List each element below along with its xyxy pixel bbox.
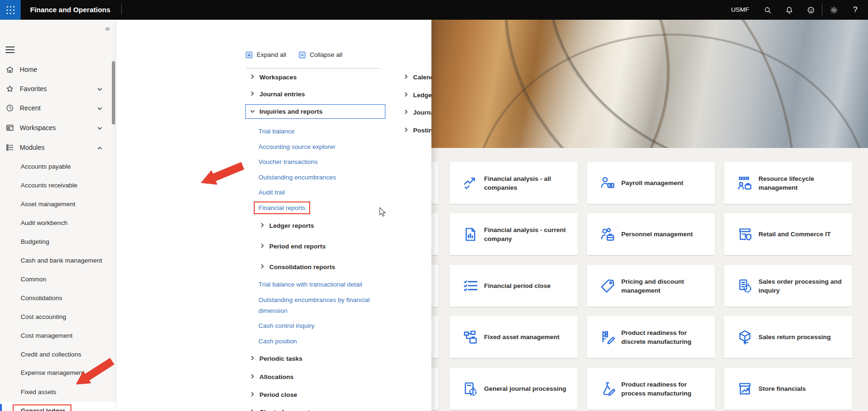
tree-item-financial-reports[interactable]: Financial reports — [258, 200, 310, 215]
tree-item-trial-balance[interactable]: Trial balance — [258, 124, 295, 139]
workspace-tile-sales-return-processing[interactable]: Sales return processing — [724, 316, 852, 358]
tree-item-ledger-reports[interactable]: Ledger reports — [256, 218, 314, 233]
search-icon — [763, 6, 772, 15]
chevron-down-icon — [97, 106, 102, 111]
workspace-tile-resource-lifecycle-management[interactable]: Resource lifecycle management — [724, 162, 852, 204]
module-item-budgeting[interactable]: Budgeting — [0, 233, 117, 251]
module-item-audit-workbench[interactable]: Audit workbench — [0, 214, 117, 233]
unpin-icon[interactable] — [104, 25, 111, 34]
workspace-content: Financial analysis - all companiesPayrol… — [431, 20, 868, 411]
expand-all-button[interactable]: + Expand all — [246, 51, 286, 58]
tree-item-allocations[interactable]: Allocations — [246, 369, 294, 384]
tree-item-label: Cash control inquiry — [258, 322, 314, 329]
workspace-tile-pricing-and-discount-management[interactable]: Pricing and discount management — [587, 265, 715, 307]
tree-item-label: Outstanding encumbrances — [258, 174, 336, 181]
navigation-pane: HomeFavoritesRecentWorkspacesModules Acc… — [0, 20, 117, 411]
tree-item-cash-control-inquiry[interactable]: Cash control inquiry — [258, 318, 314, 333]
tree-item-accounting-source-explorer[interactable]: Accounting source explorer — [258, 139, 336, 154]
search-button[interactable] — [757, 0, 778, 20]
workspace-tile-label: Retail and Commerce IT — [759, 230, 845, 239]
workspace-tile-general-journal-processing[interactable]: General journal processing — [450, 368, 578, 410]
sidebar-item-label: Modules — [20, 144, 45, 151]
workspace-tile-payroll-management[interactable]: Payroll management — [587, 162, 715, 204]
module-item-credit-and-collections[interactable]: Credit and collections — [0, 345, 117, 364]
workspace-tile-financial-analysis-current-company[interactable]: Financial analysis - current company — [450, 213, 578, 255]
company-picker[interactable]: USMF — [724, 0, 757, 20]
partially-hidden-tile[interactable] — [431, 213, 438, 255]
tree-item-label: Consolidation reports — [269, 264, 335, 271]
tree-item-cash-position[interactable]: Cash position — [258, 333, 297, 349]
workspace-tile-sales-order-processing-and-inquiry[interactable]: Sales order processing and inquiry — [724, 265, 852, 307]
tree-item-label: Posting setup — [413, 127, 431, 134]
module-item-label: Audit workbench — [21, 219, 68, 226]
module-item-cost-accounting[interactable]: Cost accounting — [0, 308, 117, 326]
sidebar-item-modules[interactable]: Modules — [0, 138, 117, 157]
tree-item-journal-setup[interactable]: Journal setup — [399, 105, 431, 120]
module-item-expense-management[interactable]: Expense management — [0, 364, 117, 382]
workspace-tile-label: Store financials — [759, 384, 845, 393]
tree-item-consolidation-reports[interactable]: Consolidation reports — [256, 259, 335, 274]
tree-item-ledger-setup[interactable]: Ledger setup — [399, 87, 431, 102]
flask-pencil-icon — [599, 380, 616, 397]
tree-item-periodic-tasks[interactable]: Periodic tasks — [246, 351, 303, 366]
module-item-cost-management[interactable]: Cost management — [0, 326, 117, 345]
tree-item-inquiries-and-reports[interactable]: Inquiries and reports — [245, 104, 385, 119]
tree-item-outstanding-encumbrances[interactable]: Outstanding encumbrances — [258, 170, 336, 185]
feedback-button[interactable] — [800, 0, 821, 20]
sidebar-item-workspaces[interactable]: Workspaces — [0, 118, 117, 137]
partially-hidden-tile[interactable] — [431, 265, 438, 307]
tree-item-workspaces[interactable]: Workspaces — [246, 70, 297, 85]
tree-item-label: Accounting source explorer — [258, 143, 336, 150]
partially-hidden-tile[interactable] — [431, 316, 438, 358]
workspace-tile-fixed-asset-management[interactable]: Fixed asset management — [450, 316, 578, 358]
module-item-cash-and-bank-management[interactable]: Cash and bank management — [0, 251, 117, 270]
app-launcher-button[interactable] — [0, 0, 21, 20]
store-shield-icon — [736, 226, 753, 243]
tree-item-period-close[interactable]: Period close — [246, 387, 297, 402]
module-item-label: Credit and collections — [21, 351, 81, 358]
hamburger-menu-icon[interactable] — [6, 47, 15, 53]
module-item-consolidations[interactable]: Consolidations — [0, 289, 117, 308]
workspace-tile-store-financials[interactable]: Store financials — [724, 368, 852, 410]
workspace-tile-label: General journal processing — [484, 384, 571, 393]
list-pencil-icon — [599, 329, 616, 346]
workspace-tile-personnel-management[interactable]: Personnel management — [587, 213, 715, 255]
tree-item-posting-setup[interactable]: Posting setup — [399, 123, 431, 138]
workspace-tile-financial-analysis-all-companies[interactable]: Financial analysis - all companies — [450, 162, 578, 204]
tree-item-trial-balance-with-transactional-detail[interactable]: Trial balance with transactional detail — [258, 277, 362, 292]
module-item-accounts-receivable[interactable]: Accounts receivable — [0, 176, 117, 195]
tree-item-voucher-transactions[interactable]: Voucher transactions — [258, 154, 318, 169]
help-button[interactable]: ? — [845, 0, 866, 20]
workspace-tile-product-readiness-for-discrete-manufacturing[interactable]: Product readiness for discrete manufactu… — [587, 316, 715, 358]
partially-hidden-tile[interactable] — [431, 162, 438, 204]
collapse-all-button[interactable]: − Collapse all — [299, 51, 343, 58]
tree-item-journal-entries[interactable]: Journal entries — [246, 86, 305, 101]
module-item-asset-management[interactable]: Asset management — [0, 195, 117, 214]
workspace-tile-retail-and-commerce-it[interactable]: Retail and Commerce IT — [724, 213, 852, 255]
sidebar-item-home[interactable]: Home — [0, 60, 117, 79]
sidebar-item-label: Recent — [20, 104, 40, 112]
tree-item-audit-trail[interactable]: Audit trail — [258, 185, 285, 200]
module-item-fixed-assets[interactable]: Fixed assets — [0, 383, 117, 402]
workspace-tile-financial-period-close[interactable]: Financial period close — [450, 265, 578, 307]
sidebar-item-recent[interactable]: Recent — [0, 99, 117, 117]
workspace-tile-product-readiness-for-process-manufacturing[interactable]: Product readiness for process manufactur… — [587, 368, 715, 410]
tree-item-label: Chart of accounts — [259, 409, 313, 411]
partially-hidden-tile[interactable] — [431, 368, 438, 410]
module-item-general-ledger[interactable]: General ledger — [0, 402, 117, 411]
tree-item-period-end-reports[interactable]: Period end reports — [256, 239, 326, 254]
module-item-accounts-payable[interactable]: Accounts payable — [0, 157, 117, 176]
tree-item-label: Journal entries — [259, 91, 305, 98]
chevron-right-icon — [259, 243, 265, 248]
module-item-common[interactable]: Common — [0, 270, 117, 289]
bell-button[interactable] — [778, 0, 800, 20]
tree-item-outstanding-encumbrances-by-financial-dimension[interactable]: Outstanding encumbrances by financial di… — [258, 295, 379, 316]
tree-item-calendars[interactable]: Calendars — [399, 70, 431, 85]
tree-item-label: Voucher transactions — [258, 158, 318, 165]
settings-button[interactable] — [823, 0, 845, 20]
workspace-tile-label: Fixed asset management — [484, 333, 571, 341]
tree-item-chart-of-accounts[interactable]: Chart of accounts — [246, 404, 313, 411]
sidebar-item-favorites[interactable]: Favorites — [0, 79, 117, 98]
sidebar-scrollbar[interactable] — [112, 61, 115, 124]
doc-refresh-icon — [736, 278, 753, 295]
